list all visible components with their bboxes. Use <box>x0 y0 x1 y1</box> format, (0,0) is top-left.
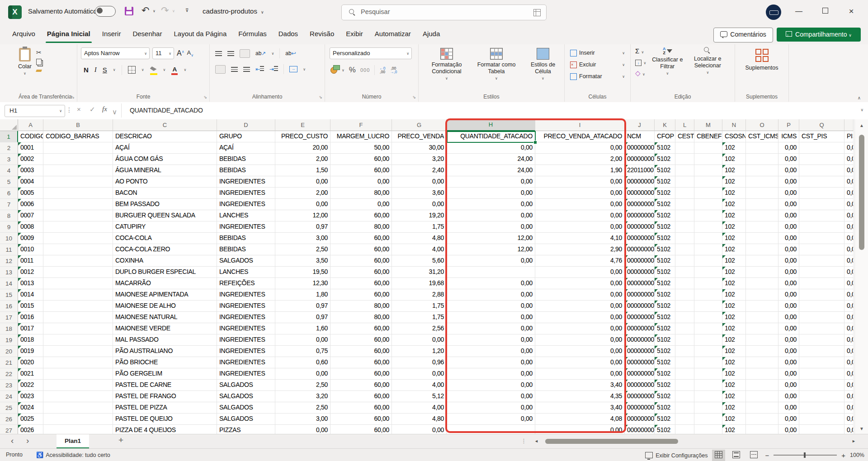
cell-H7[interactable]: 0,00 <box>447 199 535 210</box>
cell-I16[interactable]: 0,00 <box>535 301 625 312</box>
cell-M9[interactable] <box>694 221 722 233</box>
cell-J7[interactable]: 00000000 <box>625 199 655 210</box>
cell-O25[interactable] <box>746 402 778 414</box>
cell-K23[interactable]: 5102 <box>655 380 675 391</box>
cell-L21[interactable] <box>675 357 694 368</box>
accessibility-status[interactable]: ♿Acessibilidade: tudo certo <box>36 452 110 458</box>
cell-D13[interactable]: LANCHES <box>217 267 275 278</box>
cell-M26[interactable] <box>694 414 722 425</box>
cell-Q10[interactable] <box>799 233 844 244</box>
cell-L14[interactable] <box>675 278 694 289</box>
cell-B18[interactable] <box>43 323 113 334</box>
cell-Q25[interactable] <box>799 402 844 414</box>
cell-R4[interactable]: 0,00 <box>844 165 854 176</box>
cell-G11[interactable]: 4,00 <box>392 244 447 255</box>
row-header-22[interactable]: 22 <box>0 368 18 380</box>
cell-K15[interactable]: 5102 <box>655 289 675 301</box>
cell-F23[interactable]: 60,00 <box>330 380 392 391</box>
decrease-decimal-icon[interactable]: ,00→,0 <box>390 66 397 74</box>
cell-A20[interactable]: 0019 <box>18 346 43 357</box>
cell-G13[interactable]: 31,20 <box>392 267 447 278</box>
cell-E26[interactable]: 3,00 <box>275 414 330 425</box>
cell-L20[interactable] <box>675 346 694 357</box>
cell-C12[interactable]: COXINHA <box>113 255 217 267</box>
cell-L15[interactable] <box>675 289 694 301</box>
italic-button[interactable]: I <box>94 66 97 74</box>
cell-A12[interactable]: 0011 <box>18 255 43 267</box>
cell-M24[interactable] <box>694 391 722 402</box>
cell-B14[interactable] <box>43 278 113 289</box>
cell-L10[interactable] <box>675 233 694 244</box>
number-format-select[interactable]: Personalizado∨ <box>330 47 412 59</box>
cell-G25[interactable]: 4,00 <box>392 402 447 414</box>
cell-N13[interactable]: 102 <box>722 267 746 278</box>
cell-P8[interactable]: 0,00 <box>778 210 799 221</box>
cell-B15[interactable] <box>43 289 113 301</box>
cell-M8[interactable] <box>694 210 722 221</box>
row-header-3[interactable]: 3 <box>0 154 18 165</box>
cell-F4[interactable]: 60,00 <box>330 165 392 176</box>
cell-P5[interactable]: 0,00 <box>778 176 799 188</box>
cell-L9[interactable] <box>675 221 694 233</box>
insert-function-icon[interactable]: fx <box>102 105 107 113</box>
cell-A15[interactable]: 0014 <box>18 289 43 301</box>
increase-indent-icon[interactable]: ⇥ <box>269 66 278 72</box>
cell-A1[interactable]: CODIGO <box>18 131 43 142</box>
cell-H9[interactable]: 0,00 <box>447 221 535 233</box>
menu-tab-inserir[interactable]: Inserir <box>96 25 127 44</box>
cell-N12[interactable]: 102 <box>722 255 746 267</box>
cell-B16[interactable] <box>43 301 113 312</box>
cell-G22[interactable]: 0,00 <box>392 368 447 380</box>
cell-D2[interactable]: AÇAÍ <box>217 142 275 154</box>
cell-N15[interactable]: 102 <box>722 289 746 301</box>
cell-C1[interactable]: DESCRICAO <box>113 131 217 142</box>
cell-O16[interactable] <box>746 301 778 312</box>
cell-M12[interactable] <box>694 255 722 267</box>
cell-P16[interactable]: 0,00 <box>778 301 799 312</box>
cell-L19[interactable] <box>675 334 694 346</box>
column-header-P[interactable]: P <box>778 119 799 131</box>
cell-D10[interactable]: BEBIDAS <box>217 233 275 244</box>
cell-B26[interactable] <box>43 414 113 425</box>
cell-E27[interactable]: 0,00 <box>275 425 330 434</box>
row-header-15[interactable]: 15 <box>0 289 18 301</box>
cell-H10[interactable]: 12,00 <box>447 233 535 244</box>
cell-N24[interactable]: 102 <box>722 391 746 402</box>
cell-O10[interactable] <box>746 233 778 244</box>
cell-K13[interactable]: 5102 <box>655 267 675 278</box>
column-header-Q[interactable]: Q <box>799 119 844 131</box>
cell-Q12[interactable] <box>799 255 844 267</box>
cell-Q5[interactable] <box>799 176 844 188</box>
cell-R18[interactable]: 0,00 <box>844 323 854 334</box>
cell-J25[interactable]: 00000000 <box>625 402 655 414</box>
fill-color-button[interactable] <box>150 65 157 75</box>
cell-A21[interactable]: 0020 <box>18 357 43 368</box>
cell-Q19[interactable] <box>799 334 844 346</box>
row-header-27[interactable]: 27 <box>0 425 18 434</box>
column-header-E[interactable]: E <box>275 119 330 131</box>
cell-N7[interactable]: 102 <box>722 199 746 210</box>
cell-I11[interactable]: 2,90 <box>535 244 625 255</box>
cell-Q6[interactable] <box>799 188 844 199</box>
decrease-indent-icon[interactable]: ⇤ <box>255 66 264 72</box>
cell-O19[interactable] <box>746 334 778 346</box>
cell-N4[interactable]: 102 <box>722 165 746 176</box>
font-color-chevron-icon[interactable]: ∨ <box>184 68 186 72</box>
cell-J14[interactable]: 00000000 <box>625 278 655 289</box>
cell-G2[interactable]: 30,00 <box>392 142 447 154</box>
cell-J17[interactable]: 00000000 <box>625 312 655 323</box>
cell-J1[interactable]: NCM <box>625 131 655 142</box>
paste-button[interactable]: Colar ∨ <box>18 48 32 77</box>
cell-F9[interactable]: 80,00 <box>330 221 392 233</box>
cell-A11[interactable]: 0010 <box>18 244 43 255</box>
cell-L3[interactable] <box>675 154 694 165</box>
cell-B10[interactable] <box>43 233 113 244</box>
cell-C26[interactable]: PASTEL DE QUEIJO <box>113 414 217 425</box>
cell-D4[interactable]: BEBIDAS <box>217 165 275 176</box>
cell-K19[interactable]: 5102 <box>655 334 675 346</box>
cell-M2[interactable] <box>694 142 722 154</box>
cell-F8[interactable]: 60,00 <box>330 210 392 221</box>
cell-B2[interactable] <box>43 142 113 154</box>
cell-M21[interactable] <box>694 357 722 368</box>
cell-E19[interactable]: 0,00 <box>275 334 330 346</box>
